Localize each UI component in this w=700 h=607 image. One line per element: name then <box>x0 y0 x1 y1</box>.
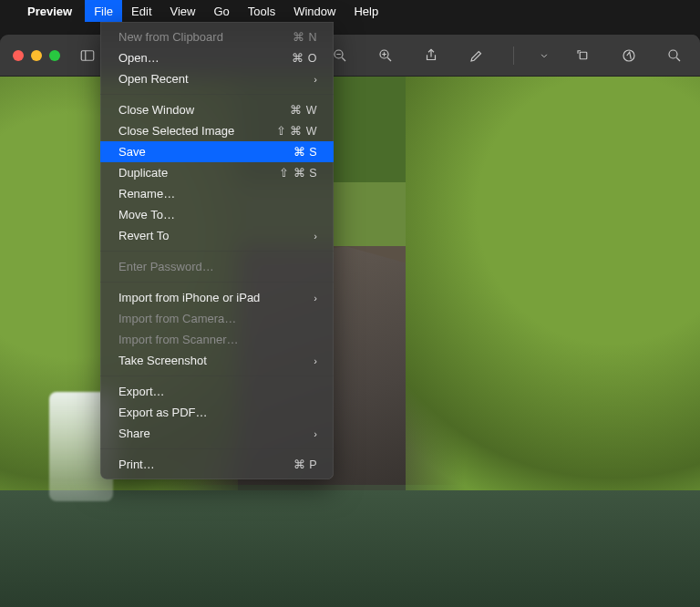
toolbar-separator <box>513 46 514 65</box>
app-name[interactable]: Preview <box>27 5 72 18</box>
menu-item-shortcut: ⌘ S <box>293 145 317 159</box>
menu-item-export-as-pdf[interactable]: Export as PDF… <box>100 402 334 423</box>
sidebar-toggle-icon[interactable] <box>75 43 100 68</box>
menu-item-revert-to[interactable]: Revert To› <box>100 225 334 246</box>
menu-item-label: Enter Password… <box>118 260 317 273</box>
chevron-right-icon: › <box>314 74 317 85</box>
share-icon[interactable] <box>418 43 444 68</box>
menu-item-label: Revert To <box>118 229 314 242</box>
menu-item-share[interactable]: Share› <box>100 423 334 444</box>
menu-item-label: Take Screenshot <box>118 354 314 367</box>
minimize-window-button[interactable] <box>31 50 42 61</box>
menu-item-shortcut: ⌘ O <box>292 51 317 65</box>
menu-item-shortcut: ⇧ ⌘ S <box>279 166 317 180</box>
menu-item-label: Duplicate <box>118 166 279 180</box>
svg-point-11 <box>669 50 677 58</box>
window-traffic-lights <box>13 50 60 61</box>
menubar-item-edit[interactable]: Edit <box>122 0 160 22</box>
menu-separator <box>100 251 334 252</box>
menu-item-label: Export… <box>118 385 317 398</box>
menubar-item-help[interactable]: Help <box>345 0 387 22</box>
menu-separator <box>100 448 334 449</box>
menu-item-label: Import from Scanner… <box>118 333 317 346</box>
zoom-in-icon[interactable] <box>373 43 398 68</box>
menu-item-label: Import from Camera… <box>118 312 317 325</box>
svg-rect-9 <box>580 52 587 59</box>
menubar-item-view[interactable]: View <box>161 0 205 22</box>
fullscreen-window-button[interactable] <box>49 50 60 61</box>
menu-item-label: Open… <box>118 51 292 65</box>
file-menu-dropdown: New from Clipboard⌘ NOpen…⌘ OOpen Recent… <box>100 22 334 479</box>
svg-line-3 <box>342 57 345 61</box>
menu-item-label: Open Recent <box>118 72 314 86</box>
menu-item-save[interactable]: Save⌘ S <box>100 141 334 162</box>
menubar-item-file[interactable]: File <box>85 0 122 22</box>
menu-item-label: Save <box>118 145 293 159</box>
system-menubar: Preview FileEditViewGoToolsWindowHelp <box>0 0 700 22</box>
menu-item-open[interactable]: Open…⌘ O <box>100 47 334 68</box>
menu-item-move-to[interactable]: Move To… <box>100 204 334 225</box>
menu-item-print[interactable]: Print…⌘ P <box>100 454 334 475</box>
menu-item-label: Import from iPhone or iPad <box>118 291 314 304</box>
menu-item-label: Export as PDF… <box>118 406 317 419</box>
menu-item-new-from-clipboard: New from Clipboard⌘ N <box>100 26 334 47</box>
menubar-item-go[interactable]: Go <box>204 0 238 22</box>
menu-item-enter-password: Enter Password… <box>100 256 334 277</box>
menu-item-label: Move To… <box>118 208 317 221</box>
menu-item-label: Rename… <box>118 187 317 201</box>
menu-item-import-from-iphone-or-ipad[interactable]: Import from iPhone or iPad› <box>100 287 334 308</box>
markup-icon[interactable] <box>464 43 489 68</box>
highlight-icon[interactable] <box>616 43 642 68</box>
menu-separator <box>100 282 334 283</box>
menu-item-label: Share <box>118 427 314 440</box>
menu-item-duplicate[interactable]: Duplicate⇧ ⌘ S <box>100 162 334 183</box>
menu-separator <box>100 376 334 376</box>
menu-item-label: Close Selected Image <box>118 124 276 138</box>
chevron-right-icon: › <box>314 428 317 439</box>
markup-dropdown-icon[interactable] <box>538 43 551 68</box>
menu-item-export[interactable]: Export… <box>100 381 334 402</box>
menubar-item-window[interactable]: Window <box>284 0 345 22</box>
menu-item-shortcut: ⌘ N <box>293 30 317 44</box>
menubar-item-tools[interactable]: Tools <box>239 0 284 22</box>
menu-item-label: Print… <box>118 458 293 471</box>
svg-line-6 <box>387 57 391 61</box>
chevron-right-icon: › <box>314 293 317 304</box>
menu-item-label: Close Window <box>118 103 290 117</box>
menu-item-close-selected-image[interactable]: Close Selected Image⇧ ⌘ W <box>100 120 334 141</box>
svg-rect-0 <box>81 50 94 60</box>
menu-item-import-from-scanner: Import from Scanner… <box>100 329 334 350</box>
search-icon[interactable] <box>662 43 687 68</box>
menu-item-label: New from Clipboard <box>118 30 293 44</box>
svg-point-10 <box>623 50 634 61</box>
menu-item-shortcut: ⌘ P <box>293 458 317 471</box>
menu-separator <box>100 94 334 95</box>
rotate-icon[interactable] <box>571 43 596 68</box>
chevron-right-icon: › <box>314 355 317 366</box>
menu-item-shortcut: ⌘ W <box>290 103 317 117</box>
close-window-button[interactable] <box>13 50 24 61</box>
menu-item-shortcut: ⇧ ⌘ W <box>276 124 317 138</box>
image-content <box>0 490 700 607</box>
chevron-right-icon: › <box>314 231 317 242</box>
menu-item-import-from-camera: Import from Camera… <box>100 308 334 329</box>
menu-item-open-recent[interactable]: Open Recent› <box>100 68 334 89</box>
menu-item-take-screenshot[interactable]: Take Screenshot› <box>100 350 334 371</box>
menu-item-close-window[interactable]: Close Window⌘ W <box>100 99 334 120</box>
svg-line-12 <box>676 57 680 61</box>
menu-item-rename[interactable]: Rename… <box>100 183 334 204</box>
